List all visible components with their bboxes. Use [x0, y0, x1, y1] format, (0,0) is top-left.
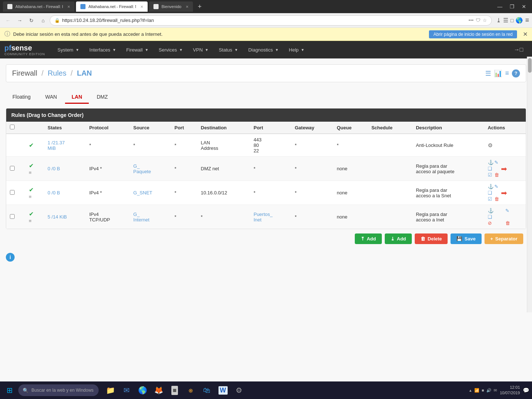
- taskbar-firefox-icon[interactable]: 🦊: [152, 384, 165, 397]
- taskbar-terminal-icon[interactable]: ■: [168, 384, 181, 397]
- url-bar[interactable]: 🔒 https://10.24.18.20/firewall_rules.php…: [50, 15, 492, 26]
- info-bar-close[interactable]: ✕: [523, 31, 528, 38]
- select-all-checkbox[interactable]: [10, 125, 15, 129]
- reload-button[interactable]: ↻: [26, 15, 37, 26]
- taskbar-files-icon[interactable]: 📁: [104, 384, 117, 397]
- row4-actions: ⚓ ✎ ❑ ⊘ 🗑: [484, 205, 526, 229]
- row2-checksq-icon[interactable]: ☑: [488, 172, 494, 178]
- row4-pencil-icon[interactable]: ✎: [505, 208, 522, 213]
- shield-icon: 🛡: [476, 18, 480, 23]
- row3-checkbox[interactable]: [6, 181, 25, 205]
- tab-2[interactable]: Altahabana.net - Firewall: NAT:... ✕: [76, 1, 148, 12]
- separator-button[interactable]: + Separator: [484, 233, 523, 244]
- tab-3-close[interactable]: ✕: [186, 5, 189, 9]
- row4-anchor-icon[interactable]: ⚓: [488, 208, 505, 213]
- nav-status[interactable]: Status▼: [214, 41, 243, 58]
- taskbar-expand-icon[interactable]: ▲: [468, 388, 472, 392]
- forward-button[interactable]: →: [15, 15, 25, 26]
- nav-vpn[interactable]: VPN▼: [188, 41, 214, 58]
- row4-trash-icon[interactable]: 🗑: [505, 220, 522, 226]
- scrollbar[interactable]: [527, 57, 532, 312]
- nav-firewall[interactable]: Firewall▼: [121, 41, 154, 58]
- back-button[interactable]: ←: [3, 15, 13, 26]
- add-bottom-button[interactable]: ⤓ Add: [385, 233, 412, 244]
- row3-check-icon: ✔: [29, 186, 41, 193]
- tab-3[interactable]: Bienvenido ✕: [149, 1, 193, 12]
- taskbar-speaker-icon[interactable]: 🔊: [486, 388, 491, 393]
- nav-interfaces[interactable]: Interfaces▼: [84, 41, 121, 58]
- info-icon[interactable]: i: [6, 253, 15, 262]
- row2-copy-icon[interactable]: ❑: [488, 166, 494, 171]
- col-states: States: [44, 122, 86, 134]
- row2-checkbox[interactable]: [6, 157, 25, 181]
- tab-1[interactable]: Altahabana.net - Firewall: Rule... ✕: [3, 1, 75, 12]
- close-window-button[interactable]: ✕: [519, 3, 529, 10]
- search-icon: 🔍: [23, 388, 28, 393]
- logout-button[interactable]: →□: [509, 46, 528, 53]
- help-icon[interactable]: ?: [512, 69, 520, 77]
- tab-1-close[interactable]: ✕: [67, 5, 70, 9]
- pfsense-logo: pf sense COMMUNITY EDITION: [4, 44, 45, 56]
- row3-copy-icon[interactable]: ❑: [488, 190, 494, 195]
- save-button[interactable]: 💾 Save: [451, 233, 481, 244]
- tab-dmz[interactable]: DMZ: [90, 91, 114, 104]
- taskbar-store-icon[interactable]: 🛍: [200, 384, 213, 397]
- tab-lan[interactable]: LAN: [65, 91, 89, 104]
- taskbar-settings-icon[interactable]: ⚙: [232, 384, 246, 397]
- taskbar-search[interactable]: 🔍 Buscar en la web y en Windows: [18, 384, 99, 396]
- profile-icon[interactable]: 🌎: [516, 17, 523, 24]
- row3-check-input[interactable]: [10, 190, 15, 195]
- row4-copy-icon[interactable]: ❑: [488, 214, 505, 220]
- nav-services[interactable]: Services▼: [153, 41, 188, 58]
- taskbar-apps-icon[interactable]: ⎈: [184, 384, 197, 397]
- home-button[interactable]: ⌂: [38, 15, 48, 26]
- row2-check-input[interactable]: [10, 166, 15, 171]
- delete-button[interactable]: 🗑 Delete: [415, 233, 448, 244]
- scroll-thumb[interactable]: [528, 58, 532, 73]
- tab-wan[interactable]: WAN: [39, 91, 64, 104]
- taskbar-vm-icon: ■: [482, 388, 484, 392]
- tab-2-close[interactable]: ✕: [140, 5, 143, 9]
- row3-pencil-icon[interactable]: ✎: [494, 184, 500, 189]
- row3-checksq-icon[interactable]: ☑: [488, 196, 494, 202]
- tab-floating[interactable]: Floating: [6, 91, 37, 104]
- new-tab-button[interactable]: +: [194, 1, 205, 12]
- star-icon[interactable]: ☆: [483, 18, 487, 23]
- row2-anchor-icon[interactable]: ⚓: [488, 160, 494, 165]
- add-top-button[interactable]: ⤒ Add: [355, 233, 382, 244]
- list-icon[interactable]: ≡: [505, 69, 509, 77]
- taskbar-word-icon[interactable]: W: [216, 384, 229, 397]
- extensions-icon[interactable]: ☰: [503, 17, 508, 24]
- menu-icon[interactable]: ≡: [525, 16, 529, 24]
- minimize-button[interactable]: —: [494, 3, 505, 10]
- row4-checkbox[interactable]: [6, 205, 25, 229]
- taskbar-browser-icon[interactable]: 🌎: [136, 384, 149, 397]
- row3-states: 0 /0 B: [44, 181, 86, 205]
- row2-trash-icon[interactable]: 🗑: [494, 172, 500, 178]
- row2-description: Regla para daracceso al paquete: [412, 157, 484, 181]
- taskbar-notification-icon[interactable]: 💬: [523, 387, 529, 393]
- row2-actions: ⚓ ✎ ❑ ☑ 🗑 ➡: [484, 157, 526, 181]
- row4-cancel-icon[interactable]: ⊘: [488, 220, 505, 226]
- chart-icon[interactable]: 📊: [494, 69, 502, 77]
- row3-anchor-icon[interactable]: ⚓: [488, 184, 494, 189]
- taskbar-right: ▲ 📶 ■ 🔊 ✉ 12:01 10/07/2019 💬: [468, 385, 529, 396]
- download-icon[interactable]: ⤓: [496, 17, 501, 24]
- nav-help[interactable]: Help▼: [284, 41, 310, 58]
- taskbar: ⊞ 🔍 Buscar en la web y en Windows 📁 ✉ 🌎 …: [0, 381, 532, 399]
- filter-icon[interactable]: ☰: [485, 69, 491, 77]
- row2-pencil-icon[interactable]: ✎: [494, 160, 500, 165]
- start-button[interactable]: ⊞: [3, 384, 16, 397]
- nav-system[interactable]: System▼: [52, 41, 84, 58]
- restore-button[interactable]: ❐: [507, 3, 517, 10]
- row4-schedule: [368, 205, 412, 229]
- row4-port-dst: Puertos_Inet: [250, 205, 291, 229]
- tabs-icon[interactable]: □: [510, 18, 513, 23]
- row3-trash-icon[interactable]: 🗑: [494, 196, 500, 202]
- row4-check-input[interactable]: [10, 214, 15, 219]
- nav-diagnostics[interactable]: Diagnostics▼: [243, 41, 284, 58]
- more-button[interactable]: •••: [468, 18, 474, 23]
- taskbar-mail-icon[interactable]: ✉: [120, 384, 133, 397]
- info-bar-button[interactable]: Abrir página de inicio de sesión en la r…: [429, 30, 517, 38]
- row1-gear-icon[interactable]: ⚙: [488, 142, 493, 148]
